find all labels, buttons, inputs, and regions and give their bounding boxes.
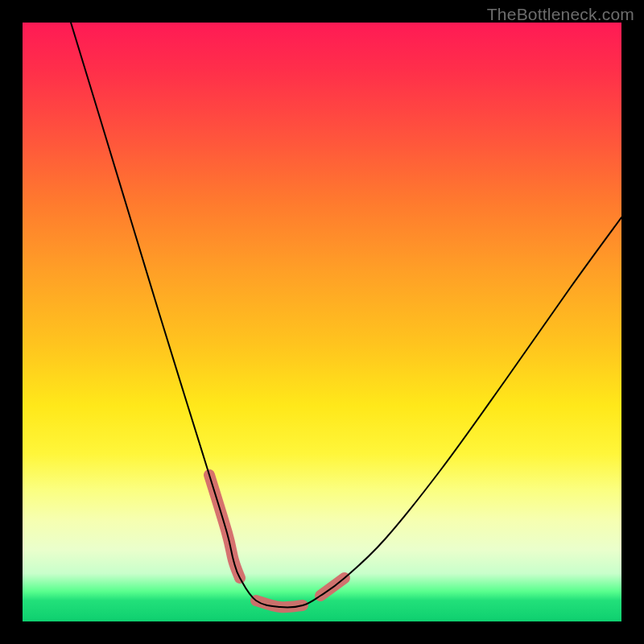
chart-frame: TheBottleneck.com — [0, 0, 644, 644]
gradient-background — [23, 23, 621, 621]
plot-area — [23, 23, 621, 621]
watermark-text: TheBottleneck.com — [487, 5, 634, 24]
